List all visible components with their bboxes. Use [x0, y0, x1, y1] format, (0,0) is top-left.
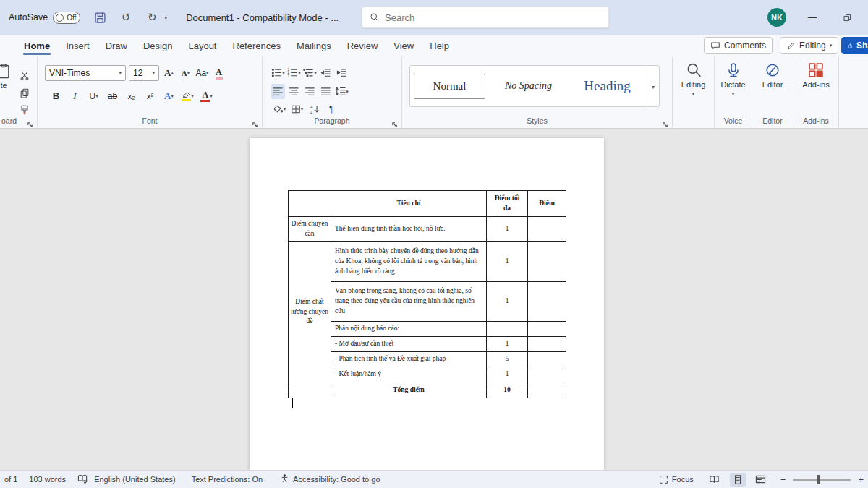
accessibility-status[interactable]: [280, 474, 289, 485]
line-spacing-button[interactable]: ▾: [335, 84, 349, 99]
proofing-status[interactable]: [77, 474, 88, 485]
sort-button[interactable]: AZ: [307, 101, 321, 116]
decrease-indent-button[interactable]: [319, 65, 333, 80]
change-case-button[interactable]: Aa▾: [195, 66, 209, 81]
addins-group: Add-ins Add-ins: [793, 56, 839, 129]
tab-design[interactable]: Design: [135, 35, 180, 56]
focus-mode-button[interactable]: Focus: [659, 475, 694, 484]
word-count[interactable]: 103 words: [29, 475, 66, 484]
autosave-toggle[interactable]: Off: [53, 12, 80, 24]
style-no-spacing[interactable]: No Spacing: [489, 66, 568, 106]
search-input[interactable]: [385, 12, 601, 23]
style-normal[interactable]: Normal: [410, 66, 489, 106]
bullets-button[interactable]: ▾: [271, 65, 285, 80]
zoom-out-button[interactable]: −: [780, 474, 786, 485]
grow-font-button[interactable]: A▴: [162, 66, 176, 81]
font-dialog-launcher[interactable]: [252, 118, 259, 125]
chevron-down-icon: ▾: [652, 84, 655, 90]
search-box[interactable]: [362, 7, 609, 28]
editing-mode-dropdown[interactable]: Editing ▾: [780, 37, 838, 54]
tab-insert[interactable]: Insert: [58, 35, 98, 56]
underline-button[interactable]: U▾: [87, 88, 101, 103]
undo-button[interactable]: ↺: [118, 9, 134, 25]
quick-access-toolbar: AutoSave Off ↺ ↻ ▾ Document1 - Compatibi…: [0, 9, 339, 25]
borders-button[interactable]: ▾: [290, 101, 304, 116]
shrink-font-button[interactable]: A▾: [179, 66, 192, 81]
increase-indent-button[interactable]: [335, 65, 349, 80]
font-group-label: Font: [38, 116, 262, 125]
show-hide-paragraph-button[interactable]: ¶: [325, 101, 339, 116]
copy-icon: [20, 88, 30, 98]
text-predictions-indicator[interactable]: Text Predictions: On: [192, 475, 263, 484]
tab-draw[interactable]: Draw: [98, 35, 135, 56]
cut-button[interactable]: [17, 68, 31, 83]
format-painter-button[interactable]: [17, 102, 31, 117]
numbering-button[interactable]: 1 2 3 ▾: [287, 65, 301, 80]
print-layout-button[interactable]: [730, 473, 746, 487]
tab-mailings[interactable]: Mailings: [289, 35, 339, 56]
redo-button[interactable]: ↻: [144, 9, 160, 25]
zoom-in-button[interactable]: +: [858, 474, 864, 485]
copy-button[interactable]: [17, 85, 31, 100]
page-indicator[interactable]: of 1: [4, 475, 17, 484]
font-family-select[interactable]: VNI-Times ▾: [45, 65, 126, 81]
font-size-select[interactable]: 12 ▾: [129, 65, 159, 81]
focus-label: Focus: [672, 475, 694, 484]
avatar[interactable]: NK: [767, 8, 786, 27]
clear-formatting-button[interactable]: A: [212, 66, 226, 81]
shading-button[interactable]: ▾: [273, 101, 286, 116]
share-button[interactable]: Sha: [841, 37, 868, 54]
restore-button[interactable]: [836, 9, 858, 26]
strikethrough-button[interactable]: ab: [106, 88, 119, 103]
minimize-button[interactable]: —: [801, 9, 823, 26]
text-highlight-button[interactable]: ▾: [181, 88, 195, 103]
shading-bucket-icon: [273, 104, 284, 114]
document-canvas[interactable]: Tiêu chí Điểm tối đa Điểm Điểm chuyên cầ…: [0, 129, 868, 470]
font-color-button[interactable]: A ▾: [200, 88, 213, 103]
zoom-slider[interactable]: [793, 479, 851, 481]
addins-button[interactable]: Add-ins: [793, 62, 838, 89]
subscript-button[interactable]: x₂: [124, 88, 138, 103]
multilevel-list-button[interactable]: ▾: [303, 65, 317, 80]
save-button[interactable]: [92, 9, 108, 25]
read-mode-button[interactable]: [707, 473, 723, 487]
dictate-button[interactable]: Dictate ▾: [715, 62, 752, 97]
style-heading[interactable]: Heading: [568, 66, 647, 106]
editing-button[interactable]: Editing ▾: [673, 62, 714, 97]
tab-view[interactable]: View: [386, 35, 422, 56]
zoom-slider-thumb[interactable]: [817, 475, 820, 484]
chevron-down-icon: ▾: [732, 91, 735, 97]
tab-layout[interactable]: Layout: [180, 35, 224, 56]
align-right-button[interactable]: [303, 84, 317, 99]
clipboard-dialog-launcher[interactable]: [27, 118, 34, 125]
accessibility-label[interactable]: Accessibility: Good to go: [293, 475, 380, 484]
web-layout-button[interactable]: [753, 473, 769, 487]
tab-help[interactable]: Help: [422, 35, 457, 56]
paragraph-dialog-launcher[interactable]: [391, 118, 399, 125]
align-center-button[interactable]: [287, 84, 301, 99]
bold-button[interactable]: B: [49, 88, 63, 103]
chevron-down-icon: ▾: [830, 43, 833, 48]
superscript-button[interactable]: x²: [143, 88, 157, 103]
text-effects-button[interactable]: A▾: [162, 88, 176, 103]
editor-button[interactable]: Editor: [752, 62, 793, 89]
align-left-button[interactable]: [271, 84, 285, 99]
customize-quick-access-button[interactable]: ▾: [164, 14, 167, 21]
comments-button[interactable]: Comments: [704, 37, 773, 54]
styles-more-button[interactable]: ▾: [647, 66, 659, 106]
title-bar: AutoSave Off ↺ ↻ ▾ Document1 - Compatibi…: [0, 0, 868, 35]
language-indicator[interactable]: English (United States): [94, 475, 176, 484]
tab-references[interactable]: References: [225, 35, 289, 56]
chevron-down-icon: ▾: [692, 91, 695, 97]
document-page[interactable]: Tiêu chí Điểm tối đa Điểm Điểm chuyên cầ…: [250, 138, 604, 470]
paste-icon: [0, 62, 11, 80]
tab-home[interactable]: Home: [16, 35, 58, 56]
align-left-icon: [273, 86, 284, 97]
justify-button[interactable]: [319, 84, 333, 99]
tab-review[interactable]: Review: [339, 35, 386, 56]
italic-button[interactable]: I: [68, 88, 82, 103]
styles-dialog-launcher[interactable]: [662, 118, 669, 125]
grading-table[interactable]: Tiêu chí Điểm tối đa Điểm Điểm chuyên cầ…: [288, 190, 566, 398]
paste-button[interactable]: te: [0, 62, 14, 90]
strikethrough-glyph: ab: [108, 91, 117, 101]
